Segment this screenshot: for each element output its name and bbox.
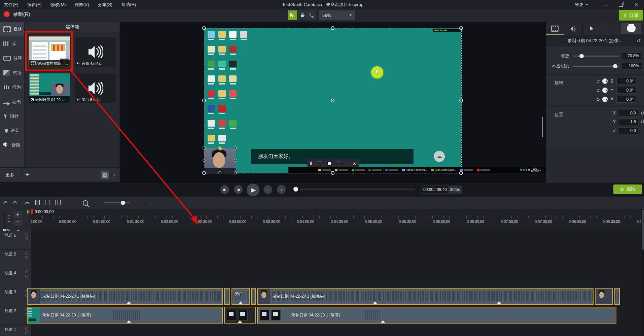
scale-slider[interactable] bbox=[573, 56, 619, 57]
menu-item[interactable]: 修改(M) bbox=[50, 2, 66, 8]
sidebar-item-behav[interactable]: 行为 bbox=[0, 80, 24, 94]
rotation-value[interactable]: 0.0° bbox=[616, 78, 636, 85]
taskbar-app-button[interactable]: Adobe Premiere... bbox=[400, 167, 429, 172]
close-icon[interactable]: × bbox=[353, 161, 356, 166]
menu-item[interactable]: 帮助(H) bbox=[121, 2, 136, 8]
opacity-slider[interactable] bbox=[573, 66, 619, 67]
microphone-icon[interactable] bbox=[310, 162, 312, 165]
track-header[interactable]: 轨道 3 bbox=[0, 287, 31, 306]
webcam-resize-handle[interactable] bbox=[203, 159, 206, 162]
list-view-button[interactable]: ≡ bbox=[110, 171, 118, 179]
copy-button[interactable] bbox=[32, 200, 42, 206]
zoom-out-button[interactable]: − bbox=[96, 200, 99, 206]
download-icon[interactable]: ↓ bbox=[346, 161, 348, 166]
canvas-center-handle[interactable] bbox=[331, 99, 334, 102]
step-back-button[interactable]: ◀▏ bbox=[220, 185, 229, 194]
taskbar-app-button[interactable] bbox=[333, 167, 350, 172]
media-bin-item[interactable]: 录制日期 04-22-... bbox=[29, 73, 70, 103]
media-bin-item[interactable]: 旁白 4.m4a bbox=[75, 37, 116, 67]
menu-item[interactable]: 编辑(E) bbox=[27, 2, 42, 8]
canvas-resize-handle[interactable] bbox=[202, 99, 206, 102]
collapse-tracks-button[interactable]: ⌃ bbox=[13, 220, 22, 226]
rotation-value[interactable]: 0.0° bbox=[616, 87, 636, 94]
previous-clip-button[interactable]: ‹ bbox=[263, 185, 272, 194]
timeline-clip[interactable] bbox=[251, 288, 256, 305]
reset-icon[interactable]: ↺ bbox=[641, 119, 644, 125]
track-lane[interactable] bbox=[31, 231, 641, 250]
webcam-resize-handle[interactable] bbox=[234, 146, 237, 149]
undo-button[interactable]: ↶ bbox=[0, 200, 10, 206]
close-button[interactable]: × bbox=[629, 0, 644, 9]
opacity-value[interactable]: 100% bbox=[622, 63, 641, 69]
zoom-fit-control[interactable]: ▴⌕▾ bbox=[8, 213, 10, 224]
pan-tool-button[interactable] bbox=[297, 10, 307, 20]
timeline-scrollbar[interactable] bbox=[641, 209, 644, 336]
tab-visual-properties[interactable] bbox=[546, 22, 564, 35]
visibility-icon[interactable] bbox=[25, 275, 28, 278]
track-lane[interactable]: 录制日期 04-22-20 1 (摄像头)旁白录制日期 04-22-20 1 (… bbox=[31, 287, 641, 306]
track-header[interactable]: 轨道 6 bbox=[0, 231, 31, 249]
taskbar-app-button[interactable] bbox=[366, 167, 383, 172]
tab-cursor-properties[interactable] bbox=[583, 22, 601, 35]
taskbar-app-button[interactable] bbox=[475, 167, 492, 172]
paste-button[interactable] bbox=[42, 200, 52, 206]
login-menu[interactable]: 登录 bbox=[575, 2, 588, 8]
lock-icon[interactable] bbox=[25, 327, 28, 330]
webcam-resize-handle[interactable] bbox=[203, 171, 206, 174]
rotation-dial[interactable] bbox=[602, 88, 608, 93]
canvas-resize-handle[interactable] bbox=[331, 26, 334, 30]
cloud-button[interactable]: ☁ bbox=[434, 151, 445, 162]
zoom-in-button[interactable]: + bbox=[148, 200, 151, 206]
track-header[interactable]: 轨道 1 bbox=[0, 325, 31, 336]
menu-item[interactable]: 分享(S) bbox=[98, 2, 112, 8]
rotation-value[interactable]: 0.0° bbox=[616, 96, 636, 103]
split-button[interactable] bbox=[52, 200, 63, 206]
sidebar-item-speaker[interactable]: 音频 bbox=[0, 138, 24, 152]
minimize-button[interactable]: — bbox=[598, 0, 613, 9]
position-value[interactable]: 0.0 bbox=[619, 110, 638, 116]
webcam-resize-handle[interactable] bbox=[234, 159, 237, 162]
tab-audio-properties[interactable] bbox=[564, 22, 583, 35]
menu-item[interactable]: 视图(V) bbox=[74, 2, 89, 8]
sidebar-item-mic[interactable]: 语音 bbox=[0, 123, 24, 138]
timeline-clip[interactable]: 旁白 bbox=[231, 288, 250, 305]
playhead[interactable]: 0:00:00;00 bbox=[27, 209, 54, 214]
timeline-zoom-slider[interactable] bbox=[103, 202, 130, 203]
lock-icon[interactable] bbox=[25, 270, 28, 273]
record-button[interactable]: 录制(R) bbox=[3, 11, 30, 18]
crop-tool-button[interactable] bbox=[307, 10, 316, 20]
timeline-clip[interactable]: 录制日期 04-22-20 1 (摄像头) bbox=[257, 288, 594, 305]
track-lane[interactable]: 录制日期 04-22-20 1 (屏幕)录制日期 04-22-20 1 (屏幕) bbox=[31, 306, 641, 325]
timeline-ruler[interactable]: 0:00:00;000:00:30;000:01:00;000:01:30;00… bbox=[31, 215, 641, 228]
rotate-icon[interactable]: ↻ bbox=[596, 97, 600, 102]
track-lane[interactable] bbox=[31, 325, 641, 336]
timeline-clip[interactable] bbox=[224, 288, 230, 305]
canvas-resize-handle[interactable] bbox=[202, 26, 206, 30]
timeline-clip[interactable] bbox=[614, 288, 620, 305]
timeline-zoom-knob[interactable] bbox=[121, 201, 125, 205]
position-value[interactable]: 0.0 bbox=[619, 127, 638, 134]
sidebar-item-note[interactable]: 注释 bbox=[0, 51, 24, 65]
taskbar-app-button[interactable] bbox=[350, 167, 366, 172]
share-button[interactable]: ⇧ 分享 bbox=[619, 10, 643, 21]
scrubber-track[interactable] bbox=[300, 189, 415, 190]
timeline-clip[interactable] bbox=[595, 288, 613, 305]
add-media-button[interactable]: + bbox=[25, 171, 29, 179]
rotation-dial[interactable] bbox=[602, 78, 608, 84]
lock-icon[interactable] bbox=[25, 251, 28, 255]
reset-icon[interactable]: ↺ bbox=[641, 110, 644, 116]
lock-icon[interactable] bbox=[25, 233, 28, 236]
restore-button[interactable] bbox=[613, 0, 629, 9]
canvas-zoom-select[interactable]: 56% bbox=[319, 10, 355, 20]
track-header[interactable]: 轨道 2 bbox=[0, 306, 31, 325]
playhead-marker[interactable] bbox=[31, 209, 33, 214]
visibility-icon[interactable] bbox=[25, 331, 28, 334]
media-bin-item[interactable]: Word文档排版，... bbox=[29, 37, 70, 67]
track-lane[interactable] bbox=[31, 268, 641, 288]
effects-icon[interactable] bbox=[337, 162, 341, 165]
sidebar-item-trans[interactable]: 转场 bbox=[0, 65, 24, 80]
webcam-preview[interactable] bbox=[204, 148, 236, 173]
stage-scrollbar[interactable] bbox=[542, 117, 543, 137]
step-forward-button[interactable]: ▕▶ bbox=[234, 185, 243, 194]
timeline-clip[interactable]: 录制日期 04-22-20 1 (摄像头) bbox=[27, 288, 223, 305]
